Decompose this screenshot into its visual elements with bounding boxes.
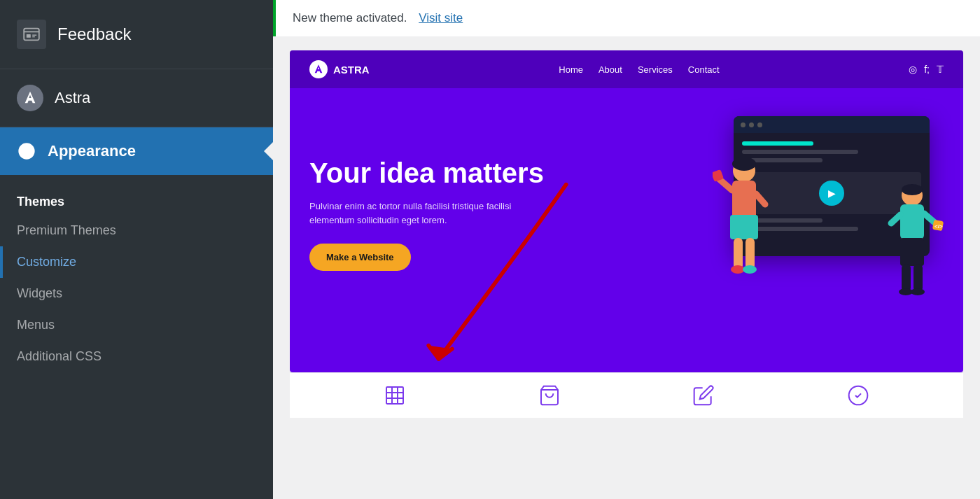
notice-text: New theme activated. xyxy=(293,11,407,25)
svg-rect-0 xyxy=(24,29,39,41)
edit-icon xyxy=(692,384,715,407)
svg-line-11 xyxy=(756,194,765,204)
shopping-bag-icon xyxy=(538,384,561,407)
character-female xyxy=(713,155,776,298)
preview-navbar: ASTRA Home About Services Contact ◎ f; 𝕋 xyxy=(290,50,963,88)
additional-css-label: Additional CSS xyxy=(17,349,102,364)
preview-logo-text: ASTRA xyxy=(333,64,370,76)
svg-point-6 xyxy=(732,157,756,171)
svg-rect-2 xyxy=(27,34,31,38)
svg-rect-12 xyxy=(734,238,743,269)
svg-rect-8 xyxy=(730,215,758,239)
sidebar-item-menus[interactable]: Menus xyxy=(0,309,273,341)
mockup-browser-bar xyxy=(734,116,930,133)
preview-bottom-icons xyxy=(290,372,963,418)
svg-rect-24 xyxy=(902,264,911,292)
main-content: New theme activated. Visit site ASTRA xyxy=(273,0,980,499)
facebook-icon: f; xyxy=(924,64,930,75)
premium-themes-label: Premium Themes xyxy=(17,223,116,238)
sidebar-item-appearance[interactable]: Appearance xyxy=(0,127,273,175)
preview-hero-text: Your idea matters Pulvinar enim ac torto… xyxy=(309,157,603,271)
preview-hero: Your idea matters Pulvinar enim ac torto… xyxy=(290,88,963,326)
notice-bar: New theme activated. Visit site xyxy=(273,0,980,36)
svg-point-15 xyxy=(743,265,757,274)
preview-logo-circle xyxy=(309,60,328,78)
sidebar: Feedback Astra Appearance Themes Premium… xyxy=(0,0,273,499)
appearance-icon xyxy=(17,141,36,161)
astra-label: Astra xyxy=(55,89,90,107)
sidebar-item-feedback[interactable]: Feedback xyxy=(0,0,273,69)
svg-text:</>: </> xyxy=(934,223,943,230)
instagram-icon: ◎ xyxy=(909,64,917,75)
preview-social-icons: ◎ f; 𝕋 xyxy=(909,64,944,75)
preview-nav-links: Home About Services Contact xyxy=(559,64,719,75)
submenu-heading: Themes xyxy=(0,183,273,215)
svg-rect-13 xyxy=(746,238,755,269)
checkmark-circle-icon xyxy=(847,384,869,407)
customize-label: Customize xyxy=(17,255,76,269)
menus-label: Menus xyxy=(17,318,55,332)
feedback-icon xyxy=(17,20,46,49)
sidebar-submenu: Themes Premium Themes Customize Widgets … xyxy=(0,175,273,381)
twitter-icon: 𝕋 xyxy=(937,64,944,75)
cta-button[interactable]: Make a Website xyxy=(309,244,411,271)
preview-area: ASTRA Home About Services Contact ◎ f; 𝕋 xyxy=(273,36,980,499)
svg-rect-18 xyxy=(900,204,924,239)
feedback-label: Feedback xyxy=(57,24,131,44)
svg-point-27 xyxy=(911,288,925,295)
theme-preview: ASTRA Home About Services Contact ◎ f; 𝕋 xyxy=(290,50,963,372)
widgets-label: Widgets xyxy=(17,286,62,301)
svg-rect-25 xyxy=(913,264,923,292)
svg-rect-28 xyxy=(386,387,403,404)
sidebar-item-premium-themes[interactable]: Premium Themes xyxy=(0,215,273,246)
preview-illustration: ▶ xyxy=(706,116,944,312)
visit-site-link[interactable]: Visit site xyxy=(419,11,463,25)
character-male: </> xyxy=(881,180,944,312)
building-icon xyxy=(384,384,406,407)
sidebar-item-additional-css[interactable]: Additional CSS xyxy=(0,341,273,372)
sidebar-item-widgets[interactable]: Widgets xyxy=(0,278,273,309)
sidebar-item-customize[interactable]: Customize xyxy=(0,246,273,278)
sidebar-item-astra[interactable]: Astra xyxy=(0,69,273,127)
svg-rect-7 xyxy=(732,181,756,219)
hero-subtext: Pulvinar enim ac tortor nulla facilisi t… xyxy=(309,199,533,227)
appearance-label: Appearance xyxy=(48,142,136,160)
svg-line-23 xyxy=(891,215,900,223)
svg-rect-19 xyxy=(900,238,924,266)
preview-logo: ASTRA xyxy=(309,60,370,78)
svg-point-17 xyxy=(902,184,923,195)
astra-logo xyxy=(17,85,43,111)
hero-heading: Your idea matters xyxy=(309,157,603,188)
